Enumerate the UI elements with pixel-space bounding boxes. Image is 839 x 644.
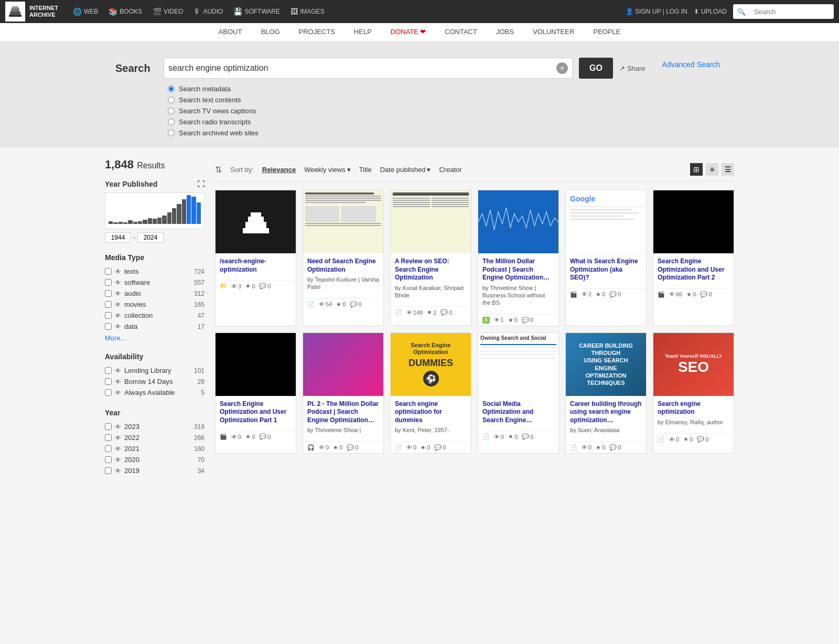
- clear-button[interactable]: ×: [556, 62, 568, 74]
- result-card-10[interactable]: CAREER BUILDINGTHROUGHUSING SEARCHENGINE…: [565, 332, 647, 454]
- subnav-people[interactable]: PEOPLE: [584, 23, 630, 42]
- go-button[interactable]: GO: [579, 58, 613, 79]
- bar-2024: [197, 202, 201, 224]
- checkbox-collection[interactable]: [105, 312, 112, 319]
- subnav-help[interactable]: HELP: [345, 23, 381, 42]
- media-type-more[interactable]: More...: [105, 334, 205, 342]
- nav-audio[interactable]: 🎙 AUDIO: [189, 5, 227, 18]
- year-filter-section: Year 👁 2023 319 👁 2022 266: [105, 409, 205, 476]
- video-icon: 🎬: [153, 7, 162, 16]
- result-card-6[interactable]: Search Engine Optimization and User Opti…: [215, 332, 296, 454]
- share-button[interactable]: ↗ Share: [619, 65, 646, 72]
- favs-6: ★ 0: [245, 433, 255, 440]
- eye-icon-6: 👁: [231, 434, 237, 440]
- year-to-input[interactable]: [137, 232, 164, 243]
- upload-icon: ⬆: [694, 8, 699, 15]
- card-info-6: Search Engine Optimization and User Opti…: [216, 396, 296, 431]
- subnav-blog[interactable]: BLOG: [251, 23, 289, 42]
- sort-relevance[interactable]: Relevance: [262, 166, 296, 174]
- upload-link[interactable]: ⬆ UPLOAD: [694, 8, 727, 15]
- checkbox-movies[interactable]: [105, 301, 112, 308]
- views-9: 👁 0: [494, 434, 504, 440]
- checkbox-2023[interactable]: [105, 423, 112, 430]
- google-thumb-4: Google: [566, 190, 646, 253]
- audio-badge-3: 8: [482, 317, 490, 324]
- checkbox-software[interactable]: [105, 279, 112, 286]
- svg-rect-6: [248, 217, 264, 222]
- checkbox-2020[interactable]: [105, 456, 112, 463]
- subnav-jobs[interactable]: JOBS: [487, 23, 523, 42]
- checkbox-lending[interactable]: [105, 367, 112, 374]
- nav-software[interactable]: 💾 SOFTWARE: [229, 5, 284, 18]
- eye-icon-collection: 👁: [115, 312, 121, 319]
- result-card-0[interactable]: /search-engine-optimization 📁 👁 3 ★ 0 💬 …: [215, 190, 296, 326]
- svg-rect-0: [9, 15, 21, 17]
- card-title-5: Search Engine Optimization and User Opti…: [658, 257, 729, 282]
- favs-5: ★ 0: [686, 291, 696, 298]
- result-card-4[interactable]: Google What is Search Engine Optimizatio…: [565, 190, 647, 326]
- advanced-search-link[interactable]: Advanced Search: [662, 60, 720, 69]
- search-input[interactable]: [168, 63, 556, 73]
- logo[interactable]: INTERNET ARCHIVE: [5, 2, 58, 22]
- expand-icon[interactable]: ⛶: [197, 180, 205, 188]
- sort-date[interactable]: Date published ▾: [380, 166, 431, 174]
- radio-metadata[interactable]: Search metadata: [168, 85, 724, 93]
- result-card-2[interactable]: A Review on SEO: Search Engine Optimizat…: [390, 190, 471, 326]
- nav-web[interactable]: 🌐 WEB: [69, 5, 102, 18]
- subnav-about[interactable]: ABOUT: [209, 23, 252, 42]
- radio-radio[interactable]: Search radio transcripts: [168, 118, 724, 126]
- result-card-1[interactable]: Need of Search Engine Optimization by Te…: [303, 190, 384, 326]
- card-author-11: by Elmansy, Rafiq, author: [658, 418, 729, 426]
- result-card-11[interactable]: Teach Yourself VISUALLY SEO Search engin…: [653, 332, 734, 454]
- audio-icon: 🎙: [193, 7, 201, 16]
- subnav-volunteer[interactable]: VOLUNTEER: [523, 23, 584, 42]
- result-card-8[interactable]: Search Engine Optimization DUMMIES ⚽ Sea…: [390, 332, 471, 454]
- sort-weekly[interactable]: Weekly views ▾: [304, 166, 351, 174]
- grid-view-button[interactable]: ⊞: [690, 163, 703, 176]
- detail-view-button[interactable]: ☰: [722, 163, 734, 176]
- sort-title[interactable]: Title: [359, 166, 372, 174]
- top-search-input[interactable]: [750, 8, 834, 16]
- checkbox-2022[interactable]: [105, 434, 112, 441]
- star-icon-10: ★: [596, 444, 601, 451]
- radio-web[interactable]: Search archived web sites: [168, 129, 724, 137]
- checkbox-2019[interactable]: [105, 467, 112, 474]
- auth-link[interactable]: 👤 SIGN UP | LOG IN: [626, 8, 687, 15]
- radio-tv[interactable]: Search TV news captions: [168, 107, 724, 115]
- result-card-9[interactable]: Owning Search and Social Social Media Op…: [478, 332, 559, 454]
- checkbox-borrow14[interactable]: [105, 378, 112, 385]
- result-card-5[interactable]: Search Engine Optimization and User Opti…: [653, 190, 734, 326]
- checkbox-audio[interactable]: [105, 290, 112, 297]
- subnav-projects[interactable]: PROJECTS: [289, 23, 345, 42]
- result-card-3[interactable]: The Million Dollar Podcast | Search Engi…: [478, 190, 559, 326]
- social-thumb-9: Owning Search and Social: [478, 333, 558, 396]
- web-icon: 🌐: [73, 7, 82, 16]
- nav-books[interactable]: 📚 BOOKS: [104, 5, 146, 18]
- search-inner: Search × GO ↗ Share Advanced Search Sear…: [105, 58, 734, 137]
- checkbox-data[interactable]: [105, 323, 112, 330]
- card-info-3: The Million Dollar Podcast | Search Engi…: [478, 253, 558, 314]
- eye-icon-10: 👁: [582, 444, 587, 450]
- list-view-button[interactable]: ≡: [706, 163, 718, 176]
- year-from-input[interactable]: [105, 232, 131, 243]
- eye-icon-2021: 👁: [115, 445, 121, 453]
- result-card-7[interactable]: Pt. 2 - The Million Dollar Podcast | Sea…: [303, 332, 384, 454]
- card-author-8: by Kent, Peter, 1957-: [395, 426, 467, 434]
- archive-logo-svg: [8, 4, 23, 19]
- nav-video[interactable]: 🎬 VIDEO: [148, 5, 187, 18]
- nav-images[interactable]: 🖼 IMAGES: [286, 5, 329, 18]
- logo-icon: [5, 2, 25, 22]
- sort-creator[interactable]: Creator: [439, 166, 461, 174]
- subnav-contact[interactable]: CONTACT: [435, 23, 487, 42]
- radio-text[interactable]: Search text contents: [168, 96, 724, 104]
- checkbox-texts[interactable]: [105, 268, 112, 275]
- bar-1944: [109, 221, 113, 224]
- checkbox-always[interactable]: [105, 389, 112, 396]
- card-thumb-10: CAREER BUILDINGTHROUGHUSING SEARCHENGINE…: [566, 333, 646, 396]
- card-footer-6: 🎬 👁 0 ★ 0 💬 0: [216, 431, 296, 442]
- subnav-donate[interactable]: DONATE ❤: [381, 23, 435, 42]
- checkbox-2021[interactable]: [105, 445, 112, 452]
- bar-14: [177, 204, 181, 224]
- views-5: 👁 66: [669, 291, 682, 297]
- main-content: 1,848 Results Year Published ⛶: [94, 147, 745, 497]
